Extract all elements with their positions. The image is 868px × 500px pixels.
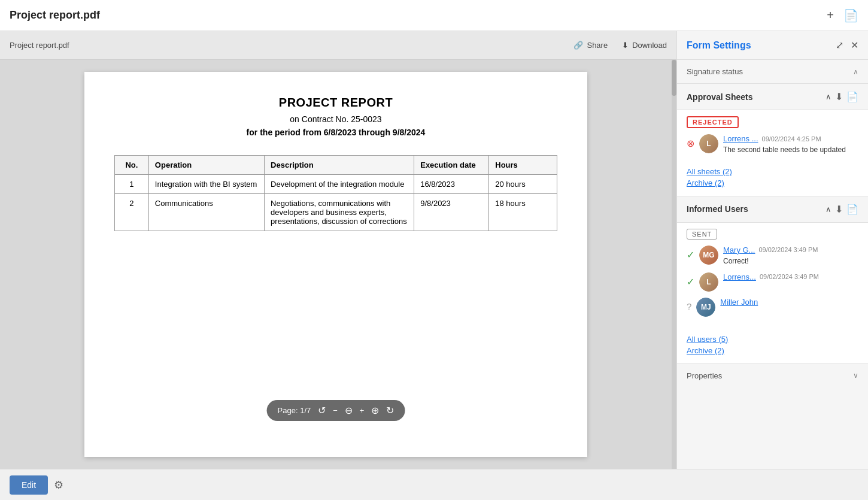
zoom-in-button[interactable]: ⊕ <box>371 405 379 416</box>
pdf-table: No. Operation Description Execution date… <box>114 155 557 231</box>
informed-file-button[interactable]: 📄 <box>846 204 858 215</box>
settings-button[interactable]: ⚙ <box>54 478 63 492</box>
cell-no: 1 <box>115 175 149 194</box>
pdf-toolbar: Project report.pdf 🔗 Share ⬇ Download <box>0 31 676 60</box>
pdf-period: for the period from 6/8/2023 through 9/8… <box>114 128 557 137</box>
maryg-check-icon: ✓ <box>687 249 694 260</box>
maryg-user-info: Mary G... 09/02/2024 3:49 PM Correct! <box>723 246 858 266</box>
lorrens-avatar-img: L <box>699 134 718 153</box>
close-icon: ✕ <box>851 40 858 50</box>
lorrens-time: 09/02/2024 4:25 PM <box>762 135 821 143</box>
edit-button[interactable]: Edit <box>10 475 48 495</box>
properties-section: Properties ∨ <box>677 364 868 387</box>
sent-badge: SENT <box>687 229 717 240</box>
approval-download-button[interactable]: ⬇ <box>835 91 843 102</box>
form-settings-icons: ⤢ ✕ <box>836 40 858 51</box>
informed-users-section: Informed Users ∧ ⬇ 📄 SENT ✓ MG <box>677 196 868 364</box>
miller-avatar-img: MJ <box>696 298 715 317</box>
signature-status-header[interactable]: Signature status ∧ <box>677 60 868 84</box>
informed-badge-row: SENT <box>687 229 858 240</box>
miller-avatar: MJ <box>696 298 715 317</box>
approval-archive-link[interactable]: Archive (2) <box>677 177 868 189</box>
lorrens2-time: 09/02/2024 3:49 PM <box>760 273 819 280</box>
scrollbar-thumb[interactable] <box>672 60 676 96</box>
all-sheets-link[interactable]: All sheets (2) <box>677 166 868 177</box>
reject-status-icon: ⊗ <box>687 138 694 149</box>
top-bar: Project report.pdf + 📄 <box>0 0 868 31</box>
maryg-avatar-img: MG <box>699 246 718 265</box>
pdf-page: PROJECT REPORT on Contract No. 25-0023 f… <box>84 72 587 457</box>
lorrens-name[interactable]: Lorrens ... <box>723 134 758 143</box>
cell-date: 16/8/2023 <box>414 175 489 194</box>
miller-name-row: Miller John <box>720 298 858 307</box>
lorrens2-row: ✓ L Lorrens... 09/02/2024 3:49 PM <box>687 272 858 292</box>
approval-sheets-header: Approval Sheets ∧ ⬇ 📄 <box>677 84 868 110</box>
form-settings-header: Form Settings ⤢ ✕ <box>677 31 868 60</box>
undo-button[interactable]: ↺ <box>318 405 326 416</box>
lorrens2-user-info: Lorrens... 09/02/2024 3:49 PM <box>723 272 858 281</box>
share-label: Share <box>587 41 608 50</box>
top-bar-icons: + 📄 <box>827 8 858 23</box>
properties-title: Properties <box>687 371 722 380</box>
miller-question-icon: ? <box>687 301 691 311</box>
maryg-name[interactable]: Mary G... <box>723 246 755 254</box>
informed-download-button[interactable]: ⬇ <box>835 204 843 215</box>
file-icon-button[interactable]: 📄 <box>843 8 858 23</box>
expand-icon-button[interactable]: ⤢ <box>836 40 843 51</box>
download-button[interactable]: ⬇ Download <box>622 41 667 50</box>
approval-file-button[interactable]: 📄 <box>846 91 858 102</box>
approval-sheets-title: Approval Sheets <box>687 92 752 102</box>
informed-archive-link[interactable]: Archive (2) <box>677 345 868 356</box>
pdf-filename: Project report.pdf <box>10 41 69 50</box>
lorrens2-name[interactable]: Lorrens... <box>723 272 756 281</box>
settings-icon: ⚙ <box>54 479 63 491</box>
lorrens2-check-icon: ✓ <box>687 276 694 287</box>
approval-badge-row: REJECTED <box>687 116 858 128</box>
properties-header[interactable]: Properties ∨ <box>677 364 868 387</box>
lorrens2-name-row: Lorrens... 09/02/2024 3:49 PM <box>723 272 858 281</box>
table-header-operation: Operation <box>148 156 264 175</box>
miller-user-info: Miller John <box>720 298 858 307</box>
table-header-hours: Hours <box>489 156 557 175</box>
maryg-comment: Correct! <box>723 256 858 266</box>
lorrens-name-row: Lorrens ... 09/02/2024 4:25 PM <box>723 134 858 143</box>
page-label: Page: 1/7 <box>278 406 311 415</box>
informed-chevron: ∧ <box>825 205 831 214</box>
cell-description: Development of the integration module <box>265 175 414 194</box>
miller-row: ? MJ Miller John <box>687 298 858 317</box>
page-controls: Page: 1/7 ↺ − ⊖ + ⊕ ↻ <box>267 400 405 421</box>
zoom-out-button[interactable]: ⊖ <box>345 405 353 416</box>
all-users-link[interactable]: All users (5) <box>677 334 868 345</box>
redo-button[interactable]: ↻ <box>386 405 394 416</box>
pdf-scrollbar[interactable] <box>672 60 676 469</box>
informed-users-header: Informed Users ∧ ⬇ 📄 <box>677 196 868 223</box>
lorrens-avatar: L <box>699 134 718 153</box>
lorrens2-avatar: L <box>699 272 718 292</box>
cell-hours: 20 hours <box>489 175 557 194</box>
pdf-subtitle: on Contract No. 25-0023 <box>114 114 557 124</box>
pdf-viewer: PROJECT REPORT on Contract No. 25-0023 f… <box>0 60 672 469</box>
add-icon-button[interactable]: + <box>827 8 834 22</box>
properties-chevron: ∨ <box>853 371 858 380</box>
close-icon-button[interactable]: ✕ <box>851 40 858 51</box>
signature-chevron: ∧ <box>853 68 858 76</box>
informed-users-title: Informed Users <box>687 204 748 214</box>
pdf-report-title: PROJECT REPORT <box>114 96 557 110</box>
lorrens2-avatar-img: L <box>699 272 718 292</box>
table-row: 1 Integration with the BI system Develop… <box>115 175 557 194</box>
table-header-description: Description <box>265 156 414 175</box>
approval-user-row: ⊗ L Lorrens ... 09/02/2024 4:25 PM The s… <box>687 134 858 155</box>
separator-1: − <box>333 406 338 415</box>
pdf-toolbar-actions: 🔗 Share ⬇ Download <box>573 41 667 50</box>
miller-name[interactable]: Miller John <box>720 298 758 307</box>
main-layout: Project report.pdf 🔗 Share ⬇ Download PR… <box>0 31 868 469</box>
cell-operation: Communications <box>148 194 264 231</box>
share-button[interactable]: 🔗 Share <box>573 41 608 50</box>
pdf-area: Project report.pdf 🔗 Share ⬇ Download PR… <box>0 31 676 469</box>
maryg-time: 09/02/2024 3:49 PM <box>758 246 818 253</box>
approval-sheets-section: Approval Sheets ∧ ⬇ 📄 REJECTED ⊗ L <box>677 84 868 196</box>
download-label: Download <box>632 41 667 50</box>
form-settings-title: Form Settings <box>687 40 751 51</box>
cell-date: 9/8/2023 <box>414 194 489 231</box>
table-row: 2 Communications Negotiations, communica… <box>115 194 557 231</box>
